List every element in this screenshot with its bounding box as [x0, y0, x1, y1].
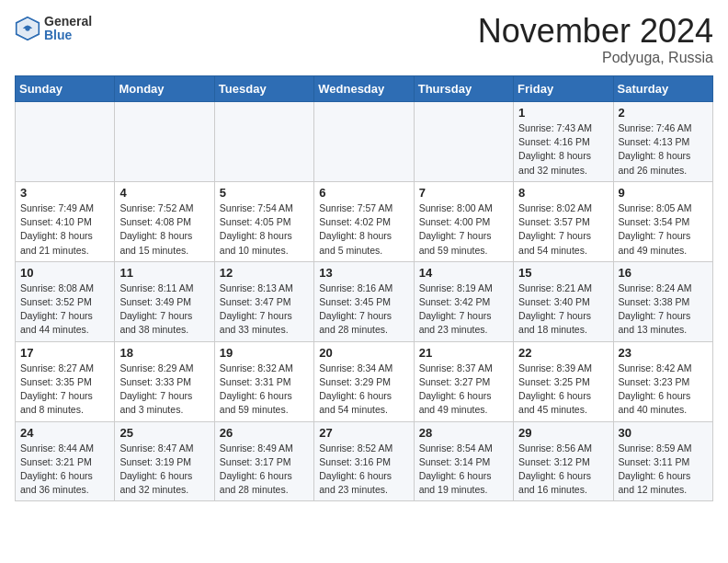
calendar-cell: 20Sunrise: 8:34 AM Sunset: 3:29 PM Dayli…: [314, 341, 414, 421]
svg-point-2: [25, 27, 29, 31]
day-number: 5: [220, 186, 309, 200]
calendar-cell: 2Sunrise: 7:46 AM Sunset: 4:13 PM Daylig…: [613, 102, 712, 182]
day-number: 19: [220, 346, 309, 360]
calendar-cell: 11Sunrise: 8:11 AM Sunset: 3:49 PM Dayli…: [115, 261, 214, 341]
day-number: 7: [419, 186, 508, 200]
calendar-cell: 13Sunrise: 8:16 AM Sunset: 3:45 PM Dayli…: [314, 261, 414, 341]
day-number: 24: [20, 426, 109, 440]
location: Podyuga, Russia: [478, 50, 713, 66]
day-info: Sunrise: 8:56 AM Sunset: 3:12 PM Dayligh…: [518, 442, 608, 498]
calendar-cell: 3Sunrise: 7:49 AM Sunset: 4:10 PM Daylig…: [16, 181, 115, 261]
month-title: November 2024: [478, 15, 713, 48]
day-info: Sunrise: 8:11 AM Sunset: 3:49 PM Dayligh…: [119, 282, 209, 338]
day-number: 25: [119, 426, 209, 440]
day-number: 18: [119, 346, 209, 360]
day-number: 21: [419, 346, 508, 360]
header: General Blue November 2024 Podyuga, Russ…: [15, 15, 713, 66]
calendar-cell: 26Sunrise: 8:49 AM Sunset: 3:17 PM Dayli…: [214, 421, 313, 501]
calendar-cell: [314, 102, 414, 182]
day-info: Sunrise: 8:00 AM Sunset: 4:00 PM Dayligh…: [419, 201, 508, 258]
day-info: Sunrise: 8:34 AM Sunset: 3:29 PM Dayligh…: [319, 362, 408, 418]
calendar-cell: 17Sunrise: 8:27 AM Sunset: 3:35 PM Dayli…: [16, 341, 115, 421]
header-cell-tuesday: Tuesday: [214, 76, 313, 102]
day-info: Sunrise: 7:49 AM Sunset: 4:10 PM Dayligh…: [20, 201, 109, 258]
day-info: Sunrise: 8:08 AM Sunset: 3:52 PM Dayligh…: [20, 282, 109, 338]
day-number: 3: [20, 186, 109, 200]
day-number: 1: [518, 106, 608, 120]
week-row-5: 24Sunrise: 8:44 AM Sunset: 3:21 PM Dayli…: [16, 421, 713, 501]
day-info: Sunrise: 8:44 AM Sunset: 3:21 PM Dayligh…: [20, 442, 109, 498]
day-number: 30: [619, 426, 708, 440]
day-number: 16: [619, 266, 708, 280]
logo-blue-text: Blue: [44, 29, 92, 42]
day-info: Sunrise: 8:52 AM Sunset: 3:16 PM Dayligh…: [319, 442, 408, 498]
calendar-cell: 27Sunrise: 8:52 AM Sunset: 3:16 PM Dayli…: [314, 421, 414, 501]
day-number: 22: [518, 346, 608, 360]
calendar-body: 1Sunrise: 7:43 AM Sunset: 4:16 PM Daylig…: [16, 102, 713, 501]
day-info: Sunrise: 7:46 AM Sunset: 4:13 PM Dayligh…: [619, 121, 708, 178]
day-number: 26: [220, 426, 309, 440]
day-info: Sunrise: 7:43 AM Sunset: 4:16 PM Dayligh…: [518, 121, 608, 178]
calendar-cell: 25Sunrise: 8:47 AM Sunset: 3:19 PM Dayli…: [115, 421, 214, 501]
calendar-cell: 15Sunrise: 8:21 AM Sunset: 3:40 PM Dayli…: [514, 261, 613, 341]
title-section: November 2024 Podyuga, Russia: [478, 15, 713, 66]
header-cell-thursday: Thursday: [414, 76, 513, 102]
day-number: 13: [319, 266, 408, 280]
day-info: Sunrise: 8:16 AM Sunset: 3:45 PM Dayligh…: [319, 282, 408, 338]
calendar-cell: 30Sunrise: 8:59 AM Sunset: 3:11 PM Dayli…: [613, 421, 712, 501]
calendar-cell: [16, 102, 115, 182]
day-info: Sunrise: 8:27 AM Sunset: 3:35 PM Dayligh…: [20, 362, 109, 418]
calendar-cell: [214, 102, 313, 182]
day-info: Sunrise: 8:37 AM Sunset: 3:27 PM Dayligh…: [419, 362, 508, 418]
day-number: 14: [419, 266, 508, 280]
week-row-4: 17Sunrise: 8:27 AM Sunset: 3:35 PM Dayli…: [16, 341, 713, 421]
logo-icon: [15, 16, 40, 41]
day-info: Sunrise: 7:52 AM Sunset: 4:08 PM Dayligh…: [119, 201, 209, 258]
calendar-cell: 14Sunrise: 8:19 AM Sunset: 3:42 PM Dayli…: [414, 261, 513, 341]
header-cell-sunday: Sunday: [16, 76, 115, 102]
week-row-2: 3Sunrise: 7:49 AM Sunset: 4:10 PM Daylig…: [16, 181, 713, 261]
header-cell-wednesday: Wednesday: [314, 76, 414, 102]
calendar-header: SundayMondayTuesdayWednesdayThursdayFrid…: [16, 76, 713, 102]
day-info: Sunrise: 8:02 AM Sunset: 3:57 PM Dayligh…: [518, 201, 608, 258]
calendar-cell: 19Sunrise: 8:32 AM Sunset: 3:31 PM Dayli…: [214, 341, 313, 421]
day-number: 17: [20, 346, 109, 360]
calendar-cell: [414, 102, 513, 182]
day-info: Sunrise: 7:54 AM Sunset: 4:05 PM Dayligh…: [220, 201, 309, 258]
day-number: 4: [119, 186, 209, 200]
calendar-cell: 28Sunrise: 8:54 AM Sunset: 3:14 PM Dayli…: [414, 421, 513, 501]
day-info: Sunrise: 8:21 AM Sunset: 3:40 PM Dayligh…: [518, 282, 608, 338]
day-info: Sunrise: 8:54 AM Sunset: 3:14 PM Dayligh…: [419, 442, 508, 498]
day-number: 12: [220, 266, 309, 280]
day-info: Sunrise: 8:24 AM Sunset: 3:38 PM Dayligh…: [619, 282, 708, 338]
logo: General Blue: [15, 15, 92, 43]
logo-general-text: General: [44, 15, 92, 29]
calendar-cell: 10Sunrise: 8:08 AM Sunset: 3:52 PM Dayli…: [16, 261, 115, 341]
day-number: 29: [518, 426, 608, 440]
day-info: Sunrise: 8:59 AM Sunset: 3:11 PM Dayligh…: [619, 442, 708, 498]
calendar-cell: 18Sunrise: 8:29 AM Sunset: 3:33 PM Dayli…: [115, 341, 214, 421]
calendar-cell: 7Sunrise: 8:00 AM Sunset: 4:00 PM Daylig…: [414, 181, 513, 261]
day-info: Sunrise: 8:49 AM Sunset: 3:17 PM Dayligh…: [220, 442, 309, 498]
day-info: Sunrise: 7:57 AM Sunset: 4:02 PM Dayligh…: [319, 201, 408, 258]
day-number: 2: [619, 106, 708, 120]
calendar-table: SundayMondayTuesdayWednesdayThursdayFrid…: [15, 75, 713, 501]
calendar-cell: [115, 102, 214, 182]
logo-text: General Blue: [44, 15, 92, 43]
calendar-cell: 16Sunrise: 8:24 AM Sunset: 3:38 PM Dayli…: [613, 261, 712, 341]
calendar-cell: 22Sunrise: 8:39 AM Sunset: 3:25 PM Dayli…: [514, 341, 613, 421]
week-row-3: 10Sunrise: 8:08 AM Sunset: 3:52 PM Dayli…: [16, 261, 713, 341]
calendar-cell: 21Sunrise: 8:37 AM Sunset: 3:27 PM Dayli…: [414, 341, 513, 421]
day-number: 11: [119, 266, 209, 280]
header-cell-monday: Monday: [115, 76, 214, 102]
header-row: SundayMondayTuesdayWednesdayThursdayFrid…: [16, 76, 713, 102]
day-info: Sunrise: 8:05 AM Sunset: 3:54 PM Dayligh…: [619, 201, 708, 258]
day-info: Sunrise: 8:29 AM Sunset: 3:33 PM Dayligh…: [119, 362, 209, 418]
day-info: Sunrise: 8:47 AM Sunset: 3:19 PM Dayligh…: [119, 442, 209, 498]
day-number: 10: [20, 266, 109, 280]
day-number: 23: [619, 346, 708, 360]
day-number: 6: [319, 186, 408, 200]
calendar-cell: 4Sunrise: 7:52 AM Sunset: 4:08 PM Daylig…: [115, 181, 214, 261]
calendar-cell: 8Sunrise: 8:02 AM Sunset: 3:57 PM Daylig…: [514, 181, 613, 261]
day-number: 27: [319, 426, 408, 440]
